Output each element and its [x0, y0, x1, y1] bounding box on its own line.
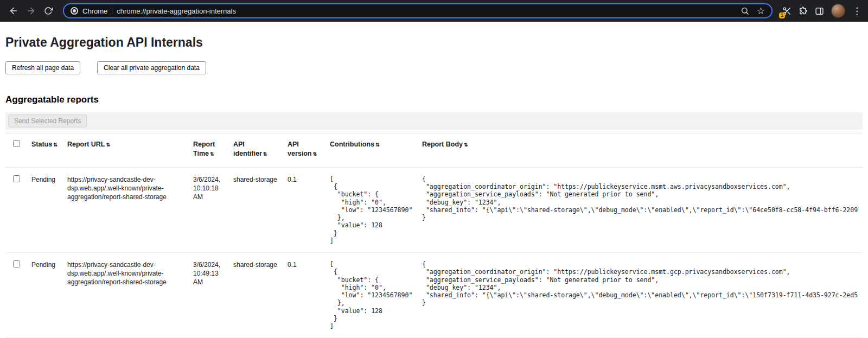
forward-arrow-icon [26, 6, 36, 16]
reload-button[interactable] [40, 3, 56, 19]
sort-icon: ⇅ [263, 151, 267, 157]
scissors-extension-icon[interactable]: 1 [782, 7, 792, 16]
table-header-row: Status⇅ Report URL⇅ Report Time⇅ API ide… [5, 133, 863, 168]
report-body-json: { "aggregation_coordinator_origin": "htt… [422, 260, 858, 307]
browser-toolbar: Chrome chrome://private-aggregation-inte… [0, 0, 868, 22]
report-url-cell: https://privacy-sandcastle-dev-dsp.web.a… [63, 167, 189, 252]
api-identifier-cell: shared-storage [229, 167, 283, 252]
page-actions: Refresh all page data Clear all private … [5, 61, 863, 74]
column-header-report-url[interactable]: Report URL⇅ [63, 133, 189, 168]
contributions-json: [ { "bucket": { "high": "0", "low": "123… [330, 175, 413, 245]
column-label: Report Body [422, 141, 463, 148]
column-header-report-body[interactable]: Report Body⇅ [418, 133, 863, 168]
reports-toolbar: Send Selected Reports [5, 112, 863, 130]
contributions-json: [ { "bucket": { "high": "0", "low": "123… [330, 260, 413, 330]
kebab-menu-icon[interactable]: ⋮ [852, 7, 861, 16]
sort-icon: ⇅ [53, 142, 58, 148]
report-row: Pending https://privacy-sandcastle-dev-d… [5, 253, 863, 338]
report-time-cell: 3/6/2024, 10:10:18 AM [189, 167, 229, 252]
page-content: Private Aggregation API Internals Refres… [0, 35, 868, 338]
column-label: Status [31, 141, 52, 148]
column-header-api-version[interactable]: API version⇅ [283, 133, 326, 168]
contributions-cell: [ { "bucket": { "high": "0", "low": "123… [326, 253, 418, 338]
report-body-cell: { "aggregation_coordinator_origin": "htt… [418, 253, 863, 338]
site-label: Chrome [82, 7, 107, 15]
column-label: API version [288, 141, 311, 157]
bookmark-star-icon[interactable]: ☆ [757, 7, 765, 16]
back-button[interactable] [5, 3, 22, 19]
reports-table: Status⇅ Report URL⇅ Report Time⇅ API ide… [5, 133, 863, 338]
sort-icon: ⇅ [106, 142, 110, 148]
select-all-checkbox[interactable] [13, 140, 20, 147]
extension-badge: 1 [779, 12, 785, 18]
report-body-cell: { "aggregation_coordinator_origin": "htt… [418, 167, 863, 252]
refresh-all-button[interactable]: Refresh all page data [5, 61, 80, 74]
address-bar[interactable]: Chrome chrome://private-aggregation-inte… [63, 3, 773, 18]
column-label: API identifier [233, 141, 262, 157]
back-arrow-icon [9, 6, 18, 16]
sort-icon: ⇅ [210, 151, 214, 157]
send-selected-button[interactable]: Send Selected Reports [8, 114, 87, 127]
column-header-api-identifier[interactable]: API identifier⇅ [229, 133, 283, 168]
omnibox-divider [112, 7, 112, 15]
toolbar-right-cluster: 1 ⋮ [779, 4, 863, 18]
column-label: Contributions [330, 141, 374, 148]
column-header-status[interactable]: Status⇅ [27, 133, 63, 168]
report-body-json: { "aggregation_coordinator_origin": "htt… [422, 175, 858, 222]
sort-icon: ⇅ [375, 142, 380, 148]
row-checkbox[interactable] [13, 175, 20, 182]
chrome-logo-icon [71, 7, 78, 15]
contributions-cell: [ { "bucket": { "high": "0", "low": "123… [326, 167, 418, 252]
api-identifier-cell: shared-storage [229, 253, 283, 338]
column-header-report-time[interactable]: Report Time⇅ [189, 133, 229, 168]
select-all-header [5, 133, 27, 168]
clear-all-button[interactable]: Clear all private aggregation data [97, 61, 206, 74]
column-label: Report URL [67, 141, 105, 148]
url-text: chrome://private-aggregation-internals [117, 7, 236, 15]
api-version-cell: 0.1 [283, 167, 326, 252]
extensions-puzzle-icon[interactable] [799, 7, 808, 16]
sort-icon: ⇅ [312, 151, 317, 157]
side-panel-icon[interactable] [815, 7, 824, 16]
api-version-cell: 0.1 [283, 253, 326, 338]
row-checkbox[interactable] [13, 260, 20, 267]
page-title: Private Aggregation API Internals [5, 35, 863, 50]
reload-icon [44, 7, 53, 15]
column-header-contributions[interactable]: Contributions⇅ [326, 133, 418, 168]
forward-button[interactable] [23, 3, 39, 19]
zoom-icon[interactable] [741, 7, 749, 15]
report-row: Pending https://privacy-sandcastle-dev-d… [5, 167, 863, 252]
status-cell: Pending [27, 253, 63, 338]
sort-icon: ⇅ [464, 142, 468, 148]
status-cell: Pending [27, 167, 63, 252]
profile-avatar[interactable] [831, 4, 845, 18]
report-url-cell: https://privacy-sandcastle-dev-dsp.web.a… [63, 253, 189, 338]
report-time-cell: 3/6/2024, 10:49:13 AM [189, 253, 229, 338]
section-title: Aggregatable reports [5, 94, 863, 105]
